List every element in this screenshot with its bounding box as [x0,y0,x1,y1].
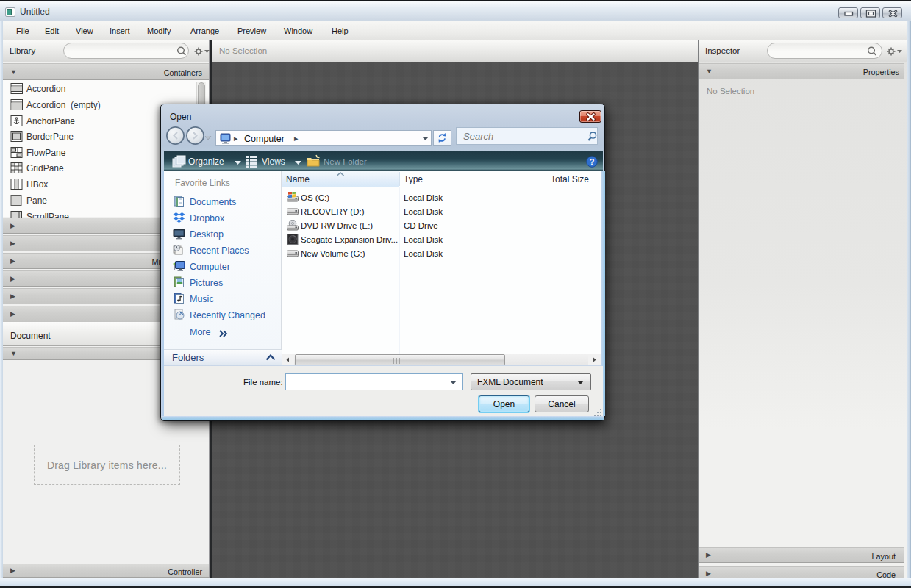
svg-text:?: ? [590,157,595,166]
